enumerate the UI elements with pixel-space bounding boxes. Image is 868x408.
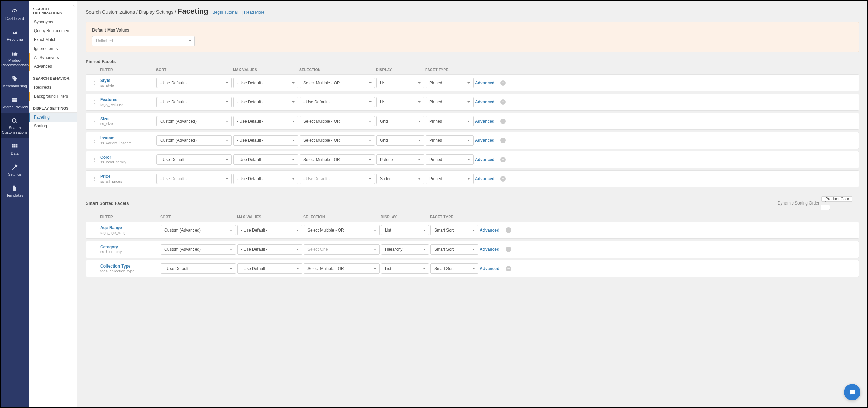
sidebar-item-all-synonyms[interactable]: All Synonyms xyxy=(29,53,77,62)
sidebar-item-synonyms[interactable]: Synonyms xyxy=(29,17,77,26)
facet-disp-select[interactable]: Grid xyxy=(376,116,424,126)
sidebar-item-sorting[interactable]: Sorting xyxy=(29,122,77,131)
facet-type-select[interactable]: Pinned xyxy=(426,135,474,146)
facet-sort-select[interactable]: Custom (Advanced) xyxy=(161,225,236,235)
dynamic-sorting-select[interactable]: Product Count xyxy=(821,196,852,210)
facet-sort-select[interactable]: Custom (Advanced) xyxy=(156,116,232,126)
facet-type-select[interactable]: Pinned xyxy=(426,97,474,107)
facet-type-select[interactable]: Smart Sort xyxy=(430,244,478,255)
rail-recommendations[interactable]: Product Recommendations xyxy=(1,45,29,71)
facet-name-link[interactable]: Color xyxy=(100,155,155,160)
facet-advanced-link[interactable]: Advanced xyxy=(475,119,494,124)
facet-sel-select[interactable]: Select Multiple - OR xyxy=(300,116,375,126)
drag-handle-icon[interactable]: ⋮ xyxy=(89,119,99,124)
read-more-link[interactable]: Read More xyxy=(244,10,264,15)
chat-launcher-button[interactable] xyxy=(844,384,860,400)
facet-disp-select[interactable]: List xyxy=(376,97,424,107)
facet-name-link[interactable]: Age Range xyxy=(100,226,159,230)
remove-facet-icon[interactable]: − xyxy=(500,138,506,143)
facet-sel-select[interactable]: Select Multiple - OR xyxy=(300,135,375,146)
facet-max-select[interactable]: - Use Default - xyxy=(237,225,302,235)
facet-sel-select[interactable]: Select Multiple - OR xyxy=(300,154,375,165)
sidebar-item-query-replacement[interactable]: Query Replacement xyxy=(29,26,77,35)
facet-name-link[interactable]: Collection Type xyxy=(100,264,159,269)
facet-type-select[interactable]: Smart Sort xyxy=(430,263,478,274)
facet-max-select[interactable]: - Use Default - xyxy=(237,263,302,274)
remove-facet-icon[interactable]: − xyxy=(500,176,506,182)
facet-type-select[interactable]: Pinned xyxy=(426,154,474,165)
rail-search-customizations[interactable]: Search Customizations xyxy=(1,113,29,138)
facet-disp-select[interactable]: List xyxy=(381,225,429,235)
facet-type-select[interactable]: Pinned xyxy=(426,78,474,88)
rail-merchandising[interactable]: Merchandising xyxy=(1,71,29,92)
facet-disp-select[interactable]: Palette xyxy=(376,154,424,165)
facet-sel-select[interactable]: Select One xyxy=(304,244,380,255)
facet-sel-select[interactable]: - Use Default - xyxy=(300,97,375,107)
facet-disp-select[interactable]: Hierarchy xyxy=(381,244,429,255)
facet-disp-select[interactable]: List xyxy=(376,78,424,88)
facet-advanced-link[interactable]: Advanced xyxy=(475,81,494,85)
facet-disp-select[interactable]: Slider xyxy=(376,174,424,184)
rail-reporting[interactable]: Reporting xyxy=(1,24,29,45)
facet-max-select[interactable]: - Use Default - xyxy=(233,97,298,107)
facet-max-select[interactable]: - Use Default - xyxy=(233,78,298,88)
facet-name-link[interactable]: Size xyxy=(100,117,155,121)
rail-dashboard[interactable]: Dashboard xyxy=(1,3,29,24)
rail-data[interactable]: Data xyxy=(1,138,29,159)
facet-sort-select[interactable]: - Use Default - xyxy=(156,97,232,107)
sidebar-item-faceting[interactable]: Faceting xyxy=(29,113,77,122)
sidebar-item-exact-match[interactable]: Exact Match xyxy=(29,35,77,44)
default-max-values-select[interactable]: Unlimited xyxy=(92,36,195,46)
sidebar-item-advanced[interactable]: Advanced xyxy=(29,62,77,71)
facet-sort-select[interactable]: - Use Default - xyxy=(156,174,232,184)
drag-handle-icon[interactable]: ⋮ xyxy=(89,80,99,86)
facet-name-link[interactable]: Category xyxy=(100,245,159,249)
facet-name-link[interactable]: Features xyxy=(100,98,155,102)
rail-settings[interactable]: Settings xyxy=(1,159,29,180)
begin-tutorial-link[interactable]: Begin Tutorial xyxy=(213,10,238,15)
remove-facet-icon[interactable]: − xyxy=(506,266,511,271)
facet-advanced-link[interactable]: Advanced xyxy=(475,157,494,162)
rail-templates[interactable]: Templates xyxy=(1,180,29,201)
facet-advanced-link[interactable]: Advanced xyxy=(475,176,494,181)
drag-handle-icon[interactable]: ⋮ xyxy=(89,157,99,162)
drag-handle-icon[interactable]: ⋮ xyxy=(89,99,99,105)
facet-sort-select[interactable]: - Use Default - xyxy=(156,154,232,165)
facet-max-select[interactable]: - Use Default - xyxy=(233,174,298,184)
facet-sort-select[interactable]: Custom (Advanced) xyxy=(156,135,232,146)
facet-sel-select[interactable]: Select Multiple - OR xyxy=(300,78,375,88)
remove-facet-icon[interactable]: − xyxy=(506,247,511,252)
facet-max-select[interactable]: - Use Default - xyxy=(233,116,298,126)
facet-type-select[interactable]: Pinned xyxy=(426,174,474,184)
facet-sel-select[interactable]: Select Multiple - OR xyxy=(304,263,380,274)
facet-disp-select[interactable]: Grid xyxy=(376,135,424,146)
facet-sel-select[interactable]: Select Multiple - OR xyxy=(304,225,380,235)
facet-max-select[interactable]: - Use Default - xyxy=(233,154,298,165)
sidebar-collapse-icon[interactable]: ‹ xyxy=(73,3,77,9)
facet-name-link[interactable]: Price xyxy=(100,174,155,179)
facet-max-select[interactable]: - Use Default - xyxy=(233,135,298,146)
drag-handle-icon[interactable]: ⋮ xyxy=(89,138,99,143)
facet-advanced-link[interactable]: Advanced xyxy=(475,100,494,104)
facet-max-select[interactable]: - Use Default - xyxy=(237,244,302,255)
facet-name-link[interactable]: Inseam xyxy=(100,136,155,140)
sidebar-item-redirects[interactable]: Redirects xyxy=(29,83,77,92)
facet-disp-select[interactable]: List xyxy=(381,263,429,274)
facet-sel-select[interactable]: - Use Default - xyxy=(300,174,375,184)
drag-handle-icon[interactable]: ⋮ xyxy=(89,176,99,182)
facet-name-link[interactable]: Style xyxy=(100,78,155,83)
facet-type-select[interactable]: Smart Sort xyxy=(430,225,478,235)
remove-facet-icon[interactable]: − xyxy=(500,80,506,86)
remove-facet-icon[interactable]: − xyxy=(500,157,506,162)
facet-advanced-link[interactable]: Advanced xyxy=(480,266,499,271)
remove-facet-icon[interactable]: − xyxy=(506,227,511,233)
facet-sort-select[interactable]: - Use Default - xyxy=(161,263,236,274)
facet-advanced-link[interactable]: Advanced xyxy=(475,138,494,143)
facet-sort-select[interactable]: - Use Default - xyxy=(156,78,232,88)
sidebar-item-background-filters[interactable]: Background Filters xyxy=(29,92,77,101)
facet-advanced-link[interactable]: Advanced xyxy=(480,247,499,252)
facet-type-select[interactable]: Pinned xyxy=(426,116,474,126)
rail-search-preview[interactable]: Search Preview xyxy=(1,92,29,113)
remove-facet-icon[interactable]: − xyxy=(500,119,506,124)
sidebar-item-ignore-terms[interactable]: Ignore Terms xyxy=(29,44,77,53)
